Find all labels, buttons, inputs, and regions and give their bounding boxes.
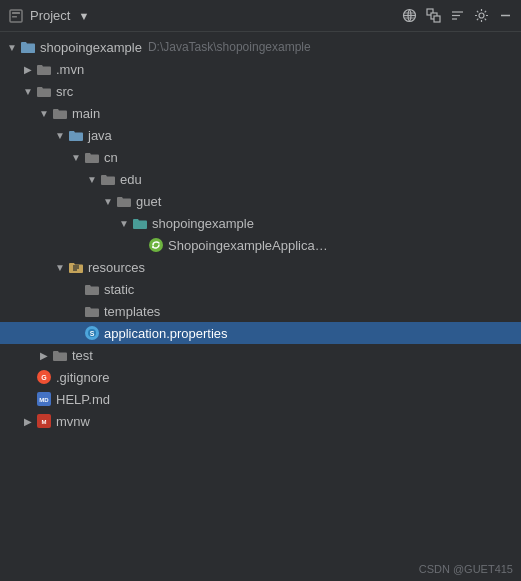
cn-label: cn bbox=[104, 150, 118, 165]
application-properties-label: application.properties bbox=[104, 326, 228, 341]
svg-text:MD: MD bbox=[39, 397, 49, 403]
list-item[interactable]: static bbox=[0, 278, 521, 300]
test-arrow: ▶ bbox=[36, 347, 52, 363]
main-arrow: ▼ bbox=[36, 105, 52, 121]
list-item[interactable]: ▼ shopoingexample bbox=[0, 212, 521, 234]
list-item[interactable]: ShopoingexampleApplica… bbox=[0, 234, 521, 256]
mvn-label: .mvn bbox=[56, 62, 84, 77]
toolbar-dropdown-icon[interactable]: ▼ bbox=[78, 10, 89, 22]
project-icon bbox=[8, 8, 24, 24]
list-item[interactable]: ▼ java bbox=[0, 124, 521, 146]
cn-arrow: ▼ bbox=[68, 149, 84, 165]
root-path: D:\JavaTask\shopoingexample bbox=[148, 40, 311, 54]
templates-label: templates bbox=[104, 304, 160, 319]
folder-resources-icon bbox=[68, 259, 84, 275]
status-text: CSDN @GUET415 bbox=[419, 563, 513, 575]
root-arrow: ▼ bbox=[4, 39, 20, 55]
list-item[interactable]: ▼ main bbox=[0, 102, 521, 124]
root-folder-icon bbox=[20, 39, 36, 55]
svg-text:M: M bbox=[42, 419, 47, 425]
resources-label: resources bbox=[88, 260, 145, 275]
test-label: test bbox=[72, 348, 93, 363]
toolbar: Project ▼ bbox=[0, 0, 521, 32]
sort-icon[interactable] bbox=[449, 8, 465, 24]
gitignore-label: .gitignore bbox=[56, 370, 109, 385]
java-arrow: ▼ bbox=[52, 127, 68, 143]
static-label: static bbox=[104, 282, 134, 297]
mvnw-arrow: ▶ bbox=[20, 413, 36, 429]
svg-rect-6 bbox=[434, 16, 440, 22]
svg-rect-2 bbox=[12, 16, 17, 18]
svg-text:S: S bbox=[90, 330, 95, 337]
list-item[interactable]: G .gitignore bbox=[0, 366, 521, 388]
folder-src-icon bbox=[36, 83, 52, 99]
resources-arrow: ▼ bbox=[52, 259, 68, 275]
toolbar-left: Project ▼ bbox=[8, 8, 89, 24]
list-item[interactable]: S application.properties bbox=[0, 322, 521, 344]
folder-test-icon bbox=[52, 347, 68, 363]
edu-arrow: ▼ bbox=[84, 171, 100, 187]
root-label: shopoingexample bbox=[40, 40, 142, 55]
project-tree: ▼ shopoingexample D:\JavaTask\shopoingex… bbox=[0, 32, 521, 557]
spring-app-icon bbox=[148, 237, 164, 253]
helpmd-label: HELP.md bbox=[56, 392, 110, 407]
status-bar: CSDN @GUET415 bbox=[0, 557, 521, 581]
edu-label: edu bbox=[120, 172, 142, 187]
src-arrow: ▼ bbox=[20, 83, 36, 99]
main-label: main bbox=[72, 106, 100, 121]
minimize-icon[interactable] bbox=[497, 8, 513, 24]
svg-rect-1 bbox=[12, 12, 20, 14]
folder-guet-icon bbox=[116, 193, 132, 209]
folder-cn-icon bbox=[84, 149, 100, 165]
folder-mvn-icon bbox=[36, 61, 52, 77]
shopoing-pkg-label: shopoingexample bbox=[152, 216, 254, 231]
guet-arrow: ▼ bbox=[100, 193, 116, 209]
svg-point-10 bbox=[479, 13, 484, 18]
list-item[interactable]: ▼ resources bbox=[0, 256, 521, 278]
svg-point-12 bbox=[149, 238, 163, 252]
svg-text:G: G bbox=[41, 374, 47, 381]
toolbar-right bbox=[401, 8, 513, 24]
tree-root[interactable]: ▼ shopoingexample D:\JavaTask\shopoingex… bbox=[0, 36, 521, 58]
folder-main-icon bbox=[52, 105, 68, 121]
list-item[interactable]: ▼ src bbox=[0, 80, 521, 102]
folder-static-icon bbox=[84, 281, 100, 297]
list-item[interactable]: ▶ test bbox=[0, 344, 521, 366]
list-item[interactable]: ▶ .mvn bbox=[0, 58, 521, 80]
list-item[interactable]: ▶ M mvnw bbox=[0, 410, 521, 432]
src-label: src bbox=[56, 84, 73, 99]
spring-app-label: ShopoingexampleApplica… bbox=[168, 238, 328, 253]
mvnw-label: mvnw bbox=[56, 414, 90, 429]
list-item[interactable]: templates bbox=[0, 300, 521, 322]
globe-icon[interactable] bbox=[401, 8, 417, 24]
folder-edu-icon bbox=[100, 171, 116, 187]
helpmd-icon: MD bbox=[36, 391, 52, 407]
mvnw-icon: M bbox=[36, 413, 52, 429]
list-item[interactable]: MD HELP.md bbox=[0, 388, 521, 410]
java-label: java bbox=[88, 128, 112, 143]
svg-point-13 bbox=[152, 246, 154, 248]
folder-shopoing-icon bbox=[132, 215, 148, 231]
folder-templates-icon bbox=[84, 303, 100, 319]
list-item[interactable]: ▼ guet bbox=[0, 190, 521, 212]
gitignore-icon: G bbox=[36, 369, 52, 385]
toolbar-title: Project bbox=[30, 8, 70, 23]
mvn-arrow: ▶ bbox=[20, 61, 36, 77]
shopoing-pkg-arrow: ▼ bbox=[116, 215, 132, 231]
guet-label: guet bbox=[136, 194, 161, 209]
properties-file-icon: S bbox=[84, 325, 100, 341]
list-item[interactable]: ▼ edu bbox=[0, 168, 521, 190]
folder-java-icon bbox=[68, 127, 84, 143]
collapse-all-icon[interactable] bbox=[425, 8, 441, 24]
list-item[interactable]: ▼ cn bbox=[0, 146, 521, 168]
settings-icon[interactable] bbox=[473, 8, 489, 24]
